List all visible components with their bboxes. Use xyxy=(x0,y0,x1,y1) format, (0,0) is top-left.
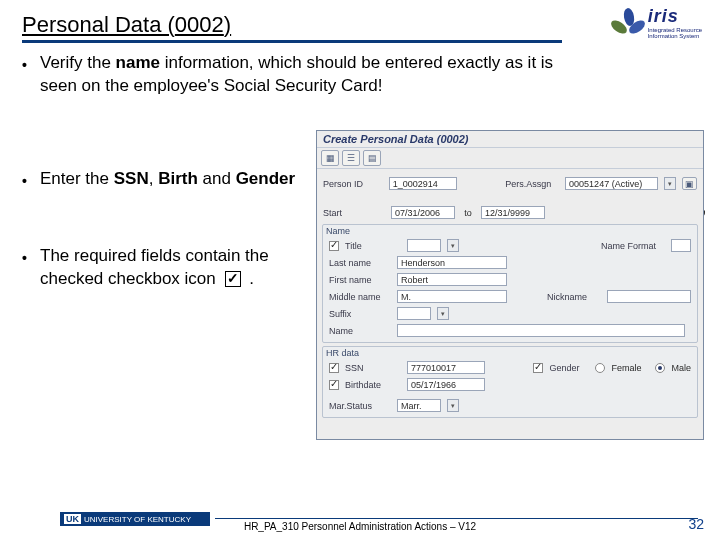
checked-checkbox-icon xyxy=(225,271,241,287)
dropdown-icon[interactable]: ▾ xyxy=(447,399,459,412)
first-name-label: First name xyxy=(329,275,391,285)
dropdown-icon[interactable]: ▾ xyxy=(664,177,676,190)
iris-tagline-2: Information System xyxy=(648,33,702,39)
to-label: to xyxy=(461,208,475,218)
footer-divider xyxy=(215,518,698,519)
middle-name-label: Middle name xyxy=(329,292,391,302)
sap-toolbar: ▦ ☰ ▤ xyxy=(317,148,703,169)
middle-name-field[interactable]: M. xyxy=(397,290,507,303)
nickname-label: Nickname xyxy=(547,292,601,302)
last-name-field[interactable]: Henderson xyxy=(397,256,507,269)
person-id-label: Person ID xyxy=(323,179,383,189)
name-format-field[interactable] xyxy=(671,239,691,252)
bullet-2: • Enter the SSN, Birth and Gender xyxy=(22,168,322,191)
birthdate-label: Birthdate xyxy=(345,380,401,390)
suffix-label: Suffix xyxy=(329,309,391,319)
req-check-icon xyxy=(329,363,339,373)
female-label: Female xyxy=(611,363,641,373)
bullet-3: • The required fields contain the checke… xyxy=(22,245,322,291)
req-check-icon xyxy=(533,363,543,373)
hr-data-group: HR data SSN 777010017 Gender Female Male… xyxy=(322,346,698,418)
sap-window-title: Create Personal Data (0002) xyxy=(317,131,703,148)
end-date-field[interactable]: 12/31/9999 xyxy=(481,206,545,219)
iris-flower-icon xyxy=(614,8,644,38)
first-name-field[interactable]: Robert xyxy=(397,273,507,286)
page-number: 32 xyxy=(688,516,704,532)
nickname-field[interactable] xyxy=(607,290,691,303)
pers-assgn-field[interactable]: 00051247 (Active) xyxy=(565,177,658,190)
footer-text: HR_PA_310 Personnel Administration Actio… xyxy=(0,521,720,532)
sap-toolbar-button-1[interactable]: ▦ xyxy=(321,150,339,166)
sap-toolbar-button-3[interactable]: ▤ xyxy=(363,150,381,166)
dropdown-icon[interactable]: ▾ xyxy=(437,307,449,320)
dropdown-icon[interactable]: ▾ xyxy=(447,239,459,252)
pers-assgn-button[interactable]: ▣ xyxy=(682,177,697,190)
gender-label: Gender xyxy=(549,363,589,373)
male-label: Male xyxy=(671,363,691,373)
female-radio[interactable] xyxy=(595,363,605,373)
male-radio[interactable] xyxy=(655,363,665,373)
sap-toolbar-button-2[interactable]: ☰ xyxy=(342,150,360,166)
title-field[interactable] xyxy=(407,239,441,252)
title-label: Title xyxy=(345,241,401,251)
req-check-icon xyxy=(329,241,339,251)
name-group-label: Name xyxy=(326,226,700,236)
sap-panel: Create Personal Data (0002) ▦ ☰ ▤ Person… xyxy=(316,130,704,440)
bullet-1: • Verify the name information, which sho… xyxy=(22,52,582,98)
full-name-field[interactable] xyxy=(397,324,685,337)
hr-group-label: HR data xyxy=(326,348,700,358)
birthdate-field[interactable]: 05/17/1966 xyxy=(407,378,485,391)
full-name-label: Name xyxy=(329,326,391,336)
marital-status-label: Mar.Status xyxy=(329,401,391,411)
marital-status-field[interactable]: Marr. xyxy=(397,399,441,412)
last-name-label: Last name xyxy=(329,258,391,268)
iris-logo: iris Integrated Resource Information Sys… xyxy=(614,6,702,39)
suffix-field[interactable] xyxy=(397,307,431,320)
name-format-label: Name Format xyxy=(601,241,665,251)
name-group: Name Title ▾ Name Format Last name Hende… xyxy=(322,224,698,343)
title-text: Personal Data (0002) xyxy=(22,12,231,37)
ssn-field[interactable]: 777010017 xyxy=(407,361,485,374)
person-id-field[interactable]: 1_0002914 xyxy=(389,177,457,190)
page-title: Personal Data (0002) xyxy=(22,12,562,43)
start-date-field[interactable]: 07/31/2006 xyxy=(391,206,455,219)
ssn-label: SSN xyxy=(345,363,401,373)
start-label: Start xyxy=(323,208,385,218)
iris-logo-text: iris xyxy=(648,6,702,27)
req-check-icon xyxy=(329,380,339,390)
pers-assgn-label: Pers.Assgn xyxy=(505,179,559,189)
